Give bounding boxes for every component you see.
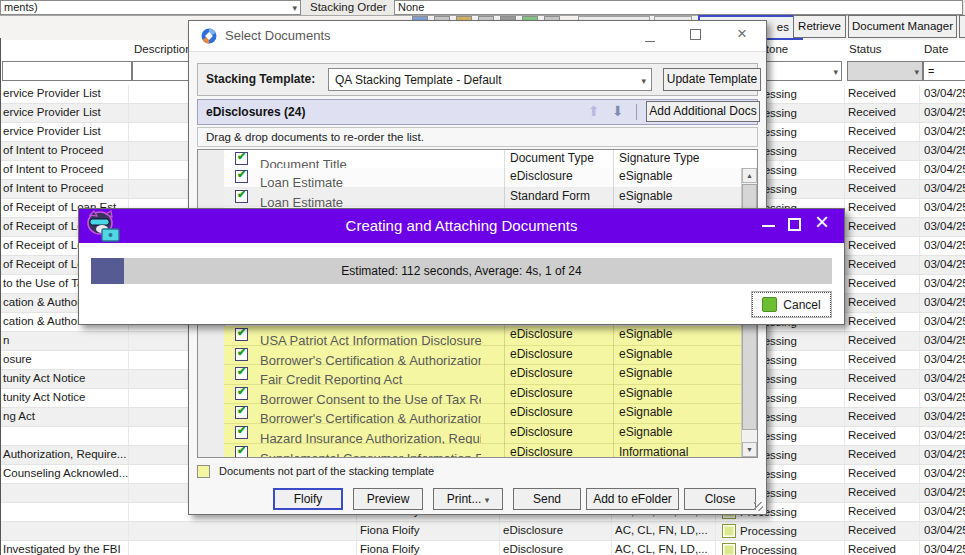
stacking-order-value: None [398, 1, 424, 13]
doc-name-cell: of Intent to Proceed [0, 180, 129, 198]
signature-type: eSignable [619, 189, 737, 203]
status-cell: Received [845, 332, 920, 350]
document-checkbox[interactable] [235, 426, 248, 439]
document-manager-button[interactable]: Document Manager [848, 15, 957, 38]
status-cell: Received [845, 522, 920, 540]
print-button[interactable]: Print... [433, 488, 503, 510]
cancel-button[interactable]: Cancel [752, 292, 831, 317]
maximize-icon[interactable] [788, 218, 801, 231]
reorder-up-icon[interactable]: ⬆ [588, 103, 600, 119]
document-type: Standard Form [510, 189, 615, 203]
preview-button[interactable]: Preview [353, 488, 423, 510]
close-button[interactable]: Close [684, 488, 756, 510]
chevron-down-icon [641, 69, 646, 93]
document-list-header: Document Title Document Type Signature T… [224, 150, 741, 169]
document-checkbox[interactable] [235, 348, 248, 361]
document-row[interactable]: Hazard Insurance Authorization, Requirem… [224, 424, 741, 444]
document-checkbox[interactable] [235, 387, 248, 400]
status-cell: Received [845, 351, 920, 369]
status-filter-dropdown[interactable] [847, 61, 923, 81]
minimize-icon[interactable] [645, 34, 655, 48]
send-button[interactable]: Send [513, 488, 581, 510]
doc-name-cell: tunity Act Notice [0, 370, 129, 388]
document-row[interactable]: Loan Estimate Standard Form eSignable [224, 188, 741, 208]
update-template-button[interactable]: Update Template [663, 68, 761, 91]
status-column-header[interactable]: Status [849, 43, 882, 55]
close-icon[interactable]: × [815, 208, 829, 236]
status-cell: Received [845, 294, 920, 312]
document-row[interactable]: Supplemental Consumer Information Form e… [224, 444, 741, 458]
date-filter-operator: = [928, 65, 934, 77]
name-filter-input[interactable] [2, 61, 132, 81]
table-row[interactable]: Investigated by the FBI Fiona Floify eDi… [0, 541, 965, 555]
document-row[interactable]: Borrower's Certification & Authorization… [224, 404, 741, 424]
divider [636, 104, 637, 120]
status-cell: Received [845, 237, 920, 255]
add-to-efolder-button[interactable]: Add to eFolder [586, 488, 679, 510]
dialog-titlebar[interactable]: Select Documents × [189, 21, 766, 52]
doc-name-cell: n [0, 332, 129, 350]
table-row[interactable]: Fiona Floify eDisclosure AC, CL, FN, LD,… [0, 522, 965, 541]
stacking-template-dropdown[interactable]: QA Stacking Template - Default [328, 68, 652, 91]
print-button-label: Print... [447, 492, 482, 506]
encompass-logo-icon [201, 28, 217, 44]
retrieve-button[interactable]: Retrieve [793, 15, 846, 38]
document-checkbox[interactable] [235, 190, 248, 203]
document-type: eDisclosure [510, 405, 615, 419]
documents-dropdown[interactable]: ments) [0, 0, 301, 15]
status-cell: Received [845, 161, 920, 179]
date-column-header[interactable]: Date [924, 43, 948, 55]
partial-right-button[interactable] [959, 15, 965, 38]
maximize-icon[interactable] [690, 29, 701, 43]
date-cell: 03/04/25 [920, 104, 965, 122]
doc-name-cell: ervice Provider List [0, 85, 129, 103]
milestone-status-icon [722, 524, 736, 538]
document-row[interactable]: Fair Credit Reporting Act eDisclosure eS… [224, 365, 741, 385]
column-document-type[interactable]: Document Type [510, 151, 615, 165]
signature-type: eSignable [619, 405, 737, 419]
status-cell: Received [845, 123, 920, 141]
doc-name-cell: tunity Act Notice [0, 389, 129, 407]
document-checkbox[interactable] [235, 170, 248, 183]
select-all-checkbox[interactable] [235, 152, 248, 165]
description-column-header[interactable]: Description [134, 43, 192, 55]
minimize-icon[interactable] [762, 225, 775, 227]
document-checkbox[interactable] [235, 367, 248, 380]
document-type: eDisclosure [510, 386, 615, 400]
document-checkbox[interactable] [235, 406, 248, 419]
add-additional-docs-button[interactable]: Add Additional Docs [646, 101, 760, 122]
document-checkbox[interactable] [235, 328, 248, 341]
close-icon[interactable]: × [737, 24, 747, 44]
scroll-up-icon[interactable]: ▲ [742, 168, 757, 183]
doc-name-cell: Investigated by the FBI [0, 541, 129, 555]
column-signature-type[interactable]: Signature Type [619, 151, 737, 165]
doc-name-cell [0, 427, 129, 445]
status-cell: Received [845, 541, 920, 555]
doc-name-cell: ervice Provider List [0, 123, 129, 141]
status-cell: Received [845, 104, 920, 122]
print-caret-icon [485, 492, 490, 506]
status-cell: Received [845, 484, 920, 502]
stacking-order-dropdown[interactable]: None [394, 0, 963, 15]
date-filter-input[interactable]: = [923, 61, 965, 81]
date-cell: 03/04/25 [920, 541, 965, 555]
cancel-button-label: Cancel [783, 298, 820, 312]
document-row[interactable]: Borrower's Certification & Authorization… [224, 346, 741, 366]
app-window: ments) Stacking Order None es Retrieve D… [0, 0, 965, 555]
document-row[interactable]: Borrower Consent to the Use of Tax Retur… [224, 385, 741, 405]
reorder-down-icon[interactable]: ⬇ [612, 103, 624, 119]
document-row[interactable]: USA Patriot Act Information Disclosure e… [224, 326, 741, 346]
status-cell: Received [845, 218, 920, 236]
drag-drop-hint-bar: Drag & drop documents to re-order the li… [197, 127, 758, 147]
stacking-template-panel: Stacking Template: QA Stacking Template … [197, 63, 758, 96]
resize-grip[interactable] [754, 502, 763, 511]
date-cell: 03/04/25 [920, 427, 965, 445]
stacking-template-label: Stacking Template: [206, 72, 315, 86]
progress-dialog-titlebar[interactable]: Creating and Attaching Documents × [79, 209, 844, 243]
floify-button[interactable]: Floify [273, 488, 343, 510]
section-title: eDisclosures (24) [206, 105, 305, 119]
scroll-down-icon[interactable]: ▼ [742, 442, 757, 457]
document-checkbox[interactable] [235, 446, 248, 458]
date-cell: 03/04/25 [920, 199, 965, 217]
document-row[interactable]: Loan Estimate eDisclosure eSignable [224, 168, 741, 188]
